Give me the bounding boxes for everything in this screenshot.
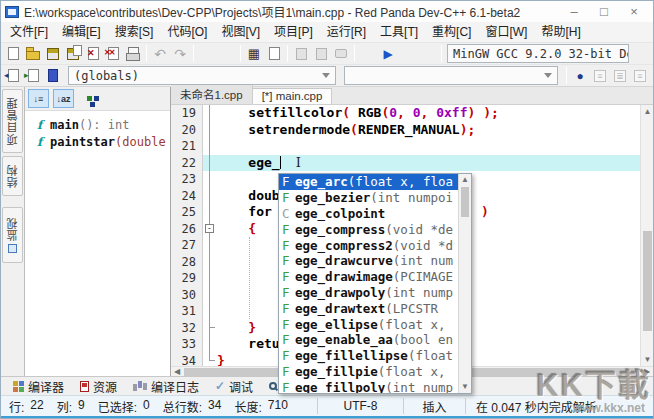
maximize-button[interactable]: □ [589, 2, 619, 22]
toolbar-separator [193, 45, 194, 62]
sort-by-position-button[interactable]: ↓≡ [28, 89, 49, 108]
completion-item-ege_drawcurve[interactable]: Fege_drawcurve(int num [279, 253, 458, 269]
undo-icon[interactable]: ↶ [150, 44, 170, 64]
scroll-down-arrow[interactable]: ▼ [459, 381, 471, 393]
scroll-up-arrow[interactable]: ▲ [459, 174, 471, 186]
sidebar-tab-label: 项目管理 [5, 97, 21, 145]
forward-disabled-icon[interactable] [311, 44, 331, 64]
scrollbar-thumb[interactable] [643, 231, 652, 331]
save-all-icon[interactable] [63, 44, 83, 64]
symbol-name: main [50, 118, 79, 132]
close-button[interactable]: × [619, 2, 649, 22]
status-field-label: 总行数: [163, 398, 202, 415]
sidebar-tab-监视[interactable]: 监视 [2, 207, 23, 263]
completion-item-ege_compress[interactable]: Fege_compress(void *de [279, 221, 458, 237]
editor-tab-未命名1.cpp[interactable]: 未命名1.cpp [171, 85, 253, 104]
scroll-down-arrow[interactable]: ▼ [641, 353, 654, 366]
scroll-right-arrow[interactable]: ▶ [641, 367, 653, 376]
symbols-table-icon[interactable]: ▦ [244, 44, 264, 64]
menu-item[interactable]: 文件[F] [3, 22, 55, 42]
menu-item[interactable]: 项目[P] [267, 22, 320, 42]
scroll-left-arrow[interactable]: ◀ [171, 367, 183, 376]
prev-unit-icon[interactable] [3, 66, 23, 86]
menu-item[interactable]: 编辑[E] [55, 22, 108, 42]
completion-item-ege_drawtext[interactable]: Fege_drawtext(LPCSTR [279, 300, 458, 316]
compiler-set-combo[interactable]: MinGW GCC 9.2.0 32-bit Debug [447, 44, 629, 63]
clear-disabled-icon[interactable] [331, 44, 351, 64]
code-line-20[interactable]: setrendermode(RENDER_MANUAL); [203, 122, 640, 139]
class-browse-toolbar: (globals) ●≡≣≡ [1, 64, 653, 86]
indent-tool-1-icon[interactable]: ≡ [590, 66, 610, 86]
open-file-icon[interactable] [23, 44, 43, 64]
completion-item-ege_compress2[interactable]: Fege_compress2(void *d [279, 237, 458, 253]
editor-tab-[*] main.cpp[interactable]: [*] main.cpp [253, 88, 333, 104]
globals-combo[interactable]: (globals) [68, 66, 336, 85]
menu-item[interactable]: 视图[V] [214, 22, 267, 42]
save-icon[interactable] [43, 44, 63, 64]
back-disabled-icon[interactable] [291, 44, 311, 64]
menu-item[interactable]: 重构[C] [425, 22, 478, 42]
compile-run-icon[interactable] [398, 44, 418, 64]
sidebar-tab-结构[interactable]: 结构 [2, 156, 23, 196]
menu-item[interactable]: 运行[R] [320, 22, 373, 42]
run-icon[interactable]: ▶ [378, 44, 398, 64]
menu-item[interactable]: 窗口[W] [478, 22, 534, 42]
completion-item-ege_fillpie[interactable]: Fege_fillpie(float x, [279, 364, 458, 380]
completion-item-ege_drawimage[interactable]: Fege_drawimage(PCIMAGE [279, 269, 458, 285]
minimize-button[interactable]: – [559, 2, 589, 22]
completion-item-ege_drawpoly[interactable]: Fege_drawpoly(int nump [279, 285, 458, 301]
fold-line [209, 105, 210, 361]
completion-item-ege_colpoint[interactable]: Cege_colpoint [279, 206, 458, 222]
file-browser-icon[interactable] [43, 66, 63, 86]
completion-item-ege_ellipse[interactable]: Fege_ellipse(float x, [279, 316, 458, 332]
add-watch-icon[interactable]: ● [570, 66, 590, 86]
find-icon[interactable] [197, 44, 217, 64]
completion-item-ege_arc[interactable]: Fege_arc(float x, floa [279, 174, 458, 190]
scroll-up-arrow[interactable]: ▲ [641, 105, 654, 118]
bottom-tab-调试[interactable]: ✓调试 [207, 378, 261, 395]
completion-name: ege_bezier [295, 190, 370, 205]
indent-tool-2-icon[interactable]: ≣ [610, 66, 630, 86]
completion-item-ege_bezier[interactable]: Fege_bezier(int numpoi [279, 190, 458, 206]
close-file-icon[interactable] [83, 44, 103, 64]
bottom-tab-资源[interactable]: 资源 [72, 378, 125, 395]
completion-item-ege_fillellipse[interactable]: Fege_fillellipse(float [279, 348, 458, 364]
tree-item-main[interactable]: fmain(): int [37, 116, 170, 133]
menu-item[interactable]: 搜索[S] [108, 22, 161, 42]
print-icon[interactable] [123, 44, 143, 64]
code-token: , [397, 105, 413, 120]
sort-alphabetically-button[interactable]: ↓az [53, 89, 74, 108]
member-combo[interactable] [344, 66, 558, 85]
close-all-icon[interactable] [103, 44, 123, 64]
mouse-ibeam-cursor: I [296, 155, 301, 172]
completion-name: ege_compress2 [295, 238, 393, 253]
sidebar-tab-项目管理[interactable]: 项目管理 [2, 89, 23, 153]
rebuild-icon[interactable] [418, 44, 438, 64]
editor-vertical-scrollbar[interactable]: ▲ ▼ [640, 105, 653, 366]
menu-item[interactable]: 代码[O] [160, 22, 214, 42]
code-line-21[interactable] [203, 138, 640, 155]
line-number: 33 [171, 336, 196, 353]
swap-header-icon[interactable] [264, 44, 284, 64]
find-replace-icon[interactable] [217, 44, 237, 64]
compile-icon[interactable] [358, 44, 378, 64]
popup-scrollbar[interactable]: ▲ ▼ [458, 174, 471, 393]
menu-item[interactable]: 工具[T] [373, 22, 425, 42]
scrollbar-thumb[interactable] [461, 187, 469, 217]
menu-item[interactable]: 帮助[H] [534, 22, 587, 42]
code-line-22[interactable]: ege_I [203, 155, 640, 172]
indent-tool-3-icon[interactable]: ≡ [630, 66, 650, 86]
redo-icon[interactable]: ↷ [170, 44, 190, 64]
bottom-tab-编译器[interactable]: 编译器 [5, 378, 72, 395]
completion-item-ege_fillpoly[interactable]: Fege_fillpoly(int nump [279, 379, 458, 393]
tree-item-paintstar[interactable]: fpaintstar(double x, doub [37, 133, 170, 150]
new-file-icon[interactable] [3, 44, 23, 64]
code-line-19[interactable]: setfillcolor( RGB(0, 0, 0xff) ); [203, 105, 640, 122]
bottom-tab-编译日志[interactable]: 编译日志 [125, 378, 207, 395]
filter-symbols-icon[interactable] [87, 96, 92, 101]
fold-collapse-icon[interactable]: - [205, 224, 214, 233]
completion-item-ege_enable_aa[interactable]: Fege_enable_aa(bool en [279, 332, 458, 348]
next-unit-icon[interactable] [23, 66, 43, 86]
completion-name: ege_drawimage [295, 269, 393, 284]
status-field: 长度:710 [234, 398, 287, 415]
